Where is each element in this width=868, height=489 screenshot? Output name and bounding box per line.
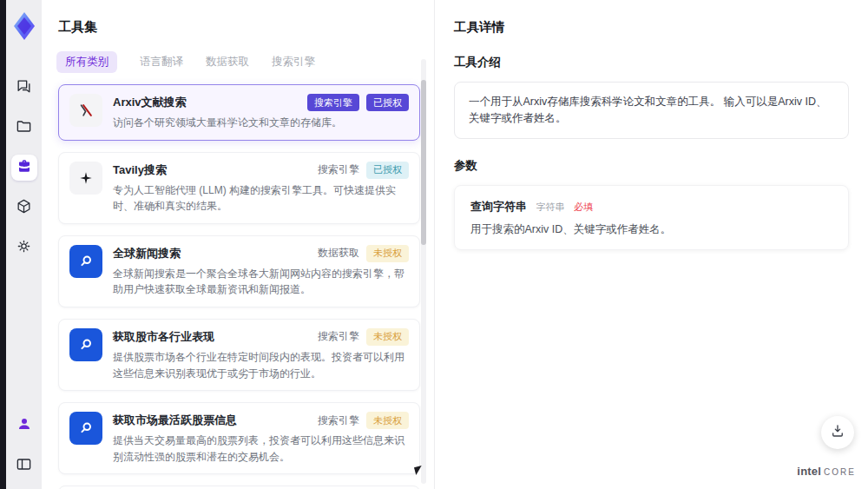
news-search-icon [69, 245, 102, 278]
sidebar-item-toolbox[interactable] [11, 155, 37, 181]
tool-name: Arxiv文献搜索 [113, 95, 187, 110]
gear-icon [16, 238, 32, 258]
download-icon [830, 423, 845, 442]
intel-core-logo: intel CORE [797, 465, 856, 478]
sidebar-item-user[interactable] [11, 413, 37, 439]
sidebar-item-chat[interactable] [11, 75, 37, 101]
detail-title: 工具详情 [454, 19, 849, 36]
scrollbar-thumb[interactable] [421, 80, 426, 245]
sidebar-item-settings[interactable] [11, 235, 37, 261]
folder-icon [16, 118, 32, 138]
app-logo-icon [10, 10, 38, 42]
tool-name: 获取股市各行业表现 [113, 329, 214, 345]
window-edge-strip [0, 0, 6, 489]
tool-card-tavily[interactable]: Tavily搜索 搜索引擎 已授权 专为人工智能代理 (LLM) 构建的搜索引擎… [58, 152, 420, 224]
auth-status-badge: 未授权 [366, 328, 409, 346]
tool-name: 获取市场最活跃股票信息 [113, 413, 237, 428]
tool-description: 提供股票市场各个行业在特定时间段内的表现。投资者可以利用这些信息来识别表现优于或… [113, 349, 409, 381]
sidebar-item-models[interactable] [11, 195, 37, 221]
tool-description: 专为人工智能代理 (LLM) 构建的搜索引擎工具。可快速提供实时、准确和真实的结… [113, 182, 409, 215]
category-label: 数据获取 [318, 246, 359, 261]
app-window: 工具集 所有类别 语言翻译 数据获取 搜索引擎 Arxiv文献搜索 搜索引擎 已… [0, 0, 868, 489]
chat-icon [16, 78, 32, 98]
download-button[interactable] [821, 416, 854, 449]
param-type: 字符串 [536, 202, 564, 212]
tool-description: 全球新闻搜索是一个聚合全球各大新闻网站内容的搜索引擎，帮助用户快速获取全球最新资… [113, 266, 409, 298]
tool-card-global-news[interactable]: 全球新闻搜索 数据获取 未授权 全球新闻搜索是一个聚合全球各大新闻网站内容的搜索… [58, 235, 420, 307]
sidebar-collapse-button[interactable] [11, 453, 37, 479]
category-tabs: 所有类别 语言翻译 数据获取 搜索引擎 [58, 51, 420, 73]
category-label: 搜索引擎 [318, 162, 359, 177]
auth-status-badge: 未授权 [366, 412, 409, 429]
category-label: 搜索引擎 [318, 413, 359, 428]
param-description: 用于搜索的Arxiv ID、关键字或作者姓名。 [470, 222, 832, 237]
tool-name: 全球新闻搜索 [113, 246, 181, 261]
user-icon [16, 416, 32, 435]
tool-intro-text: 一个用于从Arxiv存储库搜索科学论文和文章的工具。 输入可以是Arxiv ID… [454, 82, 849, 139]
category-badge: 搜索引擎 [307, 94, 359, 111]
tool-list-pane: 工具集 所有类别 语言翻译 数据获取 搜索引擎 Arxiv文献搜索 搜索引擎 已… [42, 0, 434, 489]
icon-rail [6, 0, 42, 489]
intel-brand-text: intel [797, 465, 821, 478]
params-heading: 参数 [454, 158, 849, 174]
auth-status-badge: 已授权 [366, 94, 409, 111]
tool-description: 提供当天交易量最高的股票列表，投资者可以利用这些信息来识别流动性强的股票和潜在的… [113, 433, 409, 465]
panel-layout-icon [16, 456, 32, 476]
list-scrollbar[interactable] [421, 59, 426, 484]
stock-search-icon [69, 328, 102, 361]
arxiv-logo-icon [69, 94, 102, 127]
tool-card-active-stocks[interactable]: 获取市场最活跃股票信息 搜索引擎 未授权 提供当天交易量最高的股票列表，投资者可… [58, 402, 420, 474]
intro-heading: 工具介绍 [454, 55, 849, 70]
tool-card-regional-news[interactable]: 万维地区新闻查询 搜索引擎 未授权 查询具体行政区划内的新闻，快速了解各地新闻动 [58, 486, 420, 489]
stock-search-icon [69, 412, 102, 445]
param-name: 查询字符串 [470, 200, 527, 213]
auth-status-badge: 未授权 [366, 245, 409, 262]
briefcase-icon [16, 158, 32, 177]
tool-detail-pane: 工具详情 工具介绍 一个用于从Arxiv存储库搜索科学论文和文章的工具。 输入可… [434, 0, 868, 489]
tab-search-engine[interactable]: 搜索引擎 [272, 55, 315, 69]
tool-card-stock-sectors[interactable]: 获取股市各行业表现 搜索引擎 未授权 提供股票市场各个行业在特定时间段内的表现。… [58, 319, 420, 391]
tab-all-categories[interactable]: 所有类别 [56, 51, 117, 73]
tab-language-translation[interactable]: 语言翻译 [140, 55, 183, 69]
param-required-badge: 必填 [574, 202, 593, 212]
cube-icon [16, 198, 32, 218]
page-title: 工具集 [58, 19, 420, 36]
tool-description: 访问各个研究领域大量科学论文和文章的存储库。 [113, 115, 409, 131]
parameter-card: 查询字符串 字符串 必填 用于搜索的Arxiv ID、关键字或作者姓名。 [454, 185, 849, 250]
tool-name: Tavily搜索 [113, 162, 167, 178]
core-brand-text: CORE [824, 467, 856, 477]
category-label: 搜索引擎 [318, 329, 359, 344]
sidebar-item-files[interactable] [11, 115, 37, 141]
auth-status-badge: 已授权 [366, 162, 409, 179]
tab-data-fetching[interactable]: 数据获取 [206, 55, 249, 69]
tavily-star-icon [69, 162, 102, 195]
tool-card-arxiv[interactable]: Arxiv文献搜索 搜索引擎 已授权 访问各个研究领域大量科学论文和文章的存储库… [58, 84, 420, 141]
